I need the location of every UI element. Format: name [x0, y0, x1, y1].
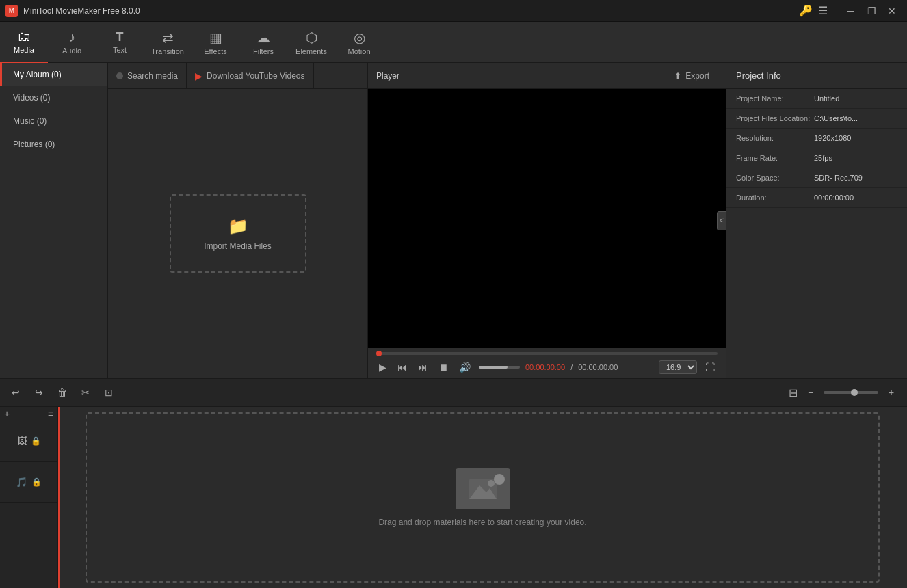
- drop-zone-image: [456, 468, 510, 509]
- delete-button[interactable]: 🗑: [52, 383, 73, 402]
- video-area: [368, 89, 726, 348]
- project-colorspace-value: SDR- Rec.709: [814, 174, 897, 182]
- player-controls: ▶ ⏮ ⏭ ⏹ 🔊 00:00:00:00 / 00:00:00:00 16:9…: [368, 348, 726, 378]
- zoom-slider[interactable]: [824, 391, 878, 394]
- add-track-list-icon[interactable]: ≡: [48, 408, 53, 419]
- aspect-ratio-select[interactable]: 16:9 9:16 4:3 1:1: [659, 360, 697, 374]
- restore-button[interactable]: ❐: [862, 4, 881, 18]
- undo-button[interactable]: ↩: [5, 383, 26, 402]
- toolbar-audio[interactable]: ♪ Audio: [48, 22, 96, 63]
- project-name-row: Project Name: Untitled: [726, 89, 907, 109]
- minimize-button[interactable]: ─: [841, 4, 860, 18]
- key-icon[interactable]: 🔑: [799, 4, 813, 17]
- svg-point-2: [488, 480, 495, 487]
- media-label: Media: [14, 46, 34, 54]
- search-dot-icon: [116, 72, 123, 79]
- sidebar-item-videos[interactable]: Videos (0): [0, 86, 107, 109]
- project-resolution-label: Resolution:: [736, 134, 811, 142]
- timeline-area: + ≡ 🖼 🔒 🎵 🔒: [0, 407, 907, 588]
- elements-label: Elements: [295, 47, 327, 55]
- sidebar: My Album (0) Videos (0) Music (0) Pictur…: [0, 63, 108, 378]
- toolbar-media[interactable]: 🗂 Media: [0, 22, 48, 63]
- project-duration-label: Duration:: [736, 193, 811, 202]
- redo-button[interactable]: ↪: [29, 383, 49, 402]
- media-panel: Search media ▶ Download YouTube Videos 📁…: [108, 63, 368, 378]
- project-resolution-row: Resolution: 1920x1080: [726, 129, 907, 148]
- toolbar-filters[interactable]: ☁ Filters: [239, 22, 287, 63]
- crop-button[interactable]: ⊡: [98, 383, 119, 402]
- motion-label: Motion: [347, 47, 370, 55]
- toolbar-text[interactable]: T Text: [96, 22, 144, 63]
- audio-track-lock[interactable]: 🔒: [31, 477, 42, 487]
- media-content: 📁 Import Media Files: [108, 89, 367, 378]
- export-button[interactable]: ⬆ Export: [666, 68, 718, 83]
- youtube-download-button[interactable]: ▶ Download YouTube Videos: [187, 63, 313, 89]
- filters-label: Filters: [253, 47, 274, 55]
- media-toolbar: Search media ▶ Download YouTube Videos: [108, 63, 367, 89]
- time-total: 00:00:00:00: [578, 363, 618, 371]
- import-media-box[interactable]: 📁 Import Media Files: [170, 194, 306, 273]
- zoom-control: ⊟ − +: [789, 383, 902, 402]
- content-row: My Album (0) Videos (0) Music (0) Pictur…: [0, 63, 907, 378]
- project-panel-header: Project Info: [726, 63, 907, 89]
- project-name-label: Project Name:: [736, 94, 811, 103]
- timeline-tracks: + ≡ 🖼 🔒 🎵 🔒: [0, 407, 58, 588]
- sidebar-item-my-album[interactable]: My Album (0): [0, 63, 107, 86]
- collapse-panel-button[interactable]: <: [717, 211, 726, 230]
- timeline-content: Drag and drop materials here to start cr…: [58, 407, 907, 588]
- toolbar-motion[interactable]: ◎ Motion: [335, 22, 383, 63]
- media-icon: 🗂: [17, 29, 31, 44]
- toolbar-effects[interactable]: ▦ Effects: [192, 22, 239, 63]
- audio-label: Audio: [62, 46, 81, 55]
- export-label: Export: [685, 71, 709, 81]
- effects-label: Effects: [204, 47, 226, 55]
- toolbar-transition[interactable]: ⇄ Transition: [144, 22, 192, 63]
- text-label: Text: [113, 46, 127, 54]
- volume-button[interactable]: 🔊: [456, 360, 473, 374]
- fullscreen-button[interactable]: ⛶: [702, 360, 718, 374]
- play-button[interactable]: ▶: [376, 360, 389, 374]
- stop-button[interactable]: ⏹: [436, 360, 451, 374]
- zoom-in-button[interactable]: +: [881, 383, 902, 402]
- cut-button[interactable]: ✂: [75, 383, 96, 402]
- project-framerate-value: 25fps: [814, 154, 897, 162]
- export-icon: ⬆: [674, 71, 681, 81]
- project-location-label: Project Files Location:: [736, 114, 811, 122]
- close-button[interactable]: ✕: [882, 4, 902, 18]
- project-info-panel: < Project Info Project Name: Untitled Pr…: [726, 63, 907, 378]
- project-framerate-row: Frame Rate: 25fps: [726, 148, 907, 168]
- project-info-title: Project Info: [736, 70, 781, 81]
- project-location-value: C:\Users\to...: [814, 114, 897, 122]
- search-media-button[interactable]: Search media: [108, 63, 187, 89]
- project-duration-value: 00:00:00:00: [814, 193, 897, 202]
- controls-row: ▶ ⏮ ⏭ ⏹ 🔊 00:00:00:00 / 00:00:00:00 16:9…: [376, 360, 718, 374]
- fit-timeline-icon[interactable]: ⊟: [789, 386, 798, 399]
- project-name-value: Untitled: [814, 94, 897, 103]
- prev-frame-button[interactable]: ⏮: [395, 360, 410, 374]
- next-frame-button[interactable]: ⏭: [415, 360, 430, 374]
- project-resolution-value: 1920x1080: [814, 134, 897, 142]
- volume-slider[interactable]: [479, 366, 520, 369]
- sidebar-item-music[interactable]: Music (0): [0, 109, 107, 133]
- transition-label: Transition: [151, 47, 184, 55]
- project-location-row: Project Files Location: C:\Users\to...: [726, 109, 907, 129]
- video-track-lock[interactable]: 🔒: [31, 436, 41, 446]
- audio-track-icon[interactable]: 🎵: [16, 477, 27, 487]
- progress-bar[interactable]: [376, 352, 718, 355]
- zoom-out-button[interactable]: −: [800, 383, 821, 402]
- progress-thumb: [376, 351, 382, 356]
- timeline-header: + ≡: [0, 407, 57, 420]
- time-current: 00:00:00:00: [525, 363, 565, 371]
- add-video-track-icon[interactable]: +: [4, 408, 10, 419]
- video-track-icon[interactable]: 🖼: [17, 436, 27, 446]
- menu-icon[interactable]: ☰: [818, 4, 828, 17]
- motion-icon: ◎: [354, 29, 365, 46]
- timeline-drop-zone[interactable]: Drag and drop materials here to start cr…: [86, 412, 880, 583]
- toolbar: 🗂 Media ♪ Audio T Text ⇄ Transition ▦ Ef…: [0, 22, 907, 63]
- sidebar-item-pictures[interactable]: Pictures (0): [0, 133, 107, 156]
- youtube-icon: ▶: [195, 70, 202, 81]
- video-track-header: 🖼 🔒: [0, 420, 57, 462]
- drop-image-svg: [469, 479, 497, 499]
- youtube-label: Download YouTube Videos: [207, 71, 304, 81]
- toolbar-elements[interactable]: ⬡ Elements: [287, 22, 335, 63]
